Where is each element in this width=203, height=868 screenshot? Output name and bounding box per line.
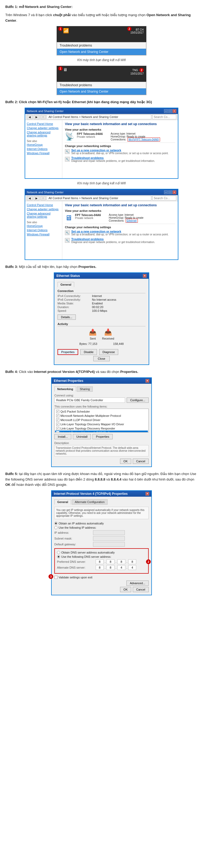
tab-alternate[interactable]: Alternate Configuration [72, 499, 108, 505]
use-dns-row: Use the following DNS server address: [57, 555, 146, 558]
qos-label: QoS Packet Scheduler [60, 410, 90, 413]
bytes-received-container: 158,448 [113, 342, 124, 345]
sidebar-internet-options-1[interactable]: Internet Options [27, 147, 60, 151]
setup-link-2[interactable]: Set up a new connection or network [71, 230, 121, 233]
sidebar-adapter-settings-2[interactable]: Change adapter settings [27, 208, 60, 211]
responder-checkbox[interactable] [56, 427, 59, 430]
multiplexer-checkbox[interactable] [56, 414, 59, 417]
open-network-item-2[interactable]: Open Network and Sharing Center [57, 88, 146, 95]
install-button[interactable]: Install... [54, 434, 71, 439]
connections-link-2[interactable]: Ethernet [126, 219, 138, 223]
wifi-tray-icon: 📶 [63, 28, 69, 33]
activity-label: Activity [57, 322, 146, 327]
ipv4-checkbox[interactable] [56, 431, 59, 432]
properties-button-3[interactable]: Properties [57, 349, 78, 355]
diagnose-button-3[interactable]: Diagnose [99, 349, 118, 355]
ethernet-props-close[interactable]: ✕ [146, 379, 149, 383]
sidebar-advanced-sharing-2[interactable]: Change advanced sharing settings [27, 212, 60, 218]
sidebar-internet-options-2[interactable]: Internet Options [27, 228, 60, 232]
details-button[interactable]: Details... [57, 314, 76, 320]
nsc-close-1[interactable]: ✕ [173, 109, 176, 113]
nsc-controls-1: ─ □ ✕ [164, 109, 176, 113]
sidebar-windows-firewall-1[interactable]: Windows Firewall [27, 152, 60, 155]
sidebar-control-panel-home-2[interactable]: Control Panel Home [27, 204, 60, 207]
tab-general-status[interactable]: General [57, 282, 74, 287]
props-footer: OK Cancel [54, 459, 149, 464]
alternate-dns-3[interactable] [118, 565, 125, 570]
nsc-up-2[interactable]: ↑ [41, 196, 46, 200]
gateway-row: Default gateway: [54, 542, 149, 547]
advanced-button[interactable]: Advanced... [126, 581, 149, 586]
tab-general-ipv4[interactable]: General [54, 499, 71, 505]
nsc-minimize-1[interactable]: ─ [164, 109, 168, 113]
sidebar-control-panel-home-1[interactable]: Control Panel Home [27, 122, 60, 125]
connections-link-1[interactable]: Wi-Fi(FPT Telecom-04A6) [127, 137, 160, 142]
speed-label: Speed: [57, 309, 89, 312]
open-network-item-1[interactable]: Open Network and Sharing Center [57, 49, 146, 55]
nsc-forward-1[interactable]: ▶ [34, 115, 40, 119]
alternate-dns-2[interactable] [106, 565, 115, 570]
setup-link-1[interactable]: Set up a new connection or network [71, 149, 121, 152]
sidebar-homegroup-2[interactable]: HomeGroup [27, 224, 60, 227]
troubleshoot-link-2[interactable]: Troubleshoot problems [71, 238, 104, 241]
lldp-checkbox[interactable] [56, 418, 59, 422]
cancel-button-4[interactable]: Cancel [133, 459, 149, 464]
qos-checkbox[interactable] [56, 410, 59, 413]
use-dns-radio[interactable] [57, 555, 60, 558]
uninstall-button[interactable]: Uninstall [73, 434, 91, 439]
use-ip-radio[interactable] [54, 526, 57, 529]
nsc-close-2[interactable]: ✕ [173, 190, 176, 194]
ipv4-desc: You can get IP settings assigned automat… [54, 507, 149, 519]
preferred-dns-3[interactable] [118, 559, 125, 564]
network-name-2: FPT Telecom-04A6 [75, 213, 101, 217]
obtain-ip-radio[interactable] [54, 522, 57, 525]
mapper-checkbox[interactable] [56, 423, 59, 426]
alternate-dns-4[interactable] [128, 565, 136, 570]
configure-button[interactable]: Configure... [127, 398, 149, 403]
step1-title: Bước 1: mở Network and Sharing Center: [5, 5, 73, 9]
protocol-ipv4[interactable]: Internet Protocol Version 4 (TCP/IPv4) [55, 431, 148, 432]
adapter-row: Realtek PCIe GBE Family Controller Confi… [54, 398, 149, 403]
preferred-dns-2[interactable] [106, 559, 115, 564]
popup-menu-2: Troubleshoot problems Open Network and S… [57, 82, 146, 95]
gateway-input[interactable] [93, 542, 125, 547]
active-networks-label-1: View your active networks [65, 128, 175, 131]
sidebar-homegroup-1[interactable]: HomeGroup [27, 143, 60, 146]
troubleshoot-item-2[interactable]: Troubleshoot problems [57, 82, 146, 88]
nsc-up-1[interactable]: ↑ [41, 115, 46, 119]
obtain-dns-radio[interactable] [57, 551, 60, 554]
alternate-dns-1[interactable] [96, 565, 104, 570]
nsc-search-2[interactable] [152, 196, 176, 200]
nsc-back-2[interactable]: ◀ [27, 196, 33, 200]
properties-btn-4[interactable]: Properties [93, 434, 112, 439]
sidebar-adapter-settings-1[interactable]: Change adapter settings [27, 126, 60, 130]
ok-button-4[interactable]: OK [120, 459, 131, 464]
preferred-dns-4[interactable] [128, 559, 136, 564]
close-button-3[interactable]: Close [93, 356, 110, 361]
nsc-search-1[interactable] [152, 115, 176, 119]
disable-button-3[interactable]: Disable [80, 349, 97, 355]
nsc-minimize-2[interactable]: ─ [164, 190, 168, 194]
nsc-sidebar-2: Control Panel Home Change adapter settin… [25, 201, 62, 259]
nsc-forward-2[interactable]: ▶ [34, 196, 40, 200]
setup-item-1: 🔧 Set up a new connection or network Set… [65, 149, 175, 155]
ok-button-5[interactable]: OK [120, 587, 131, 592]
ip-address-input[interactable] [93, 530, 125, 535]
subnet-input[interactable] [93, 536, 125, 541]
validate-checkbox[interactable] [54, 576, 57, 579]
troubleshoot-link-1[interactable]: Troubleshoot problems [71, 156, 104, 159]
tab-networking[interactable]: Networking [54, 386, 76, 392]
nsc-maximize-2[interactable]: □ [168, 190, 172, 194]
tab-sharing[interactable]: Sharing [77, 386, 93, 392]
cancel-button-5[interactable]: Cancel [133, 587, 149, 592]
setup-desc-1: Set up a broadband, dial-up, or VPN conn… [71, 152, 169, 155]
troubleshoot-item-1[interactable]: Troubleshoot problems [57, 42, 146, 49]
preferred-dns-1[interactable] [96, 559, 104, 564]
nsc-maximize-1[interactable]: □ [168, 109, 172, 113]
ethernet-status-close[interactable]: ✕ [143, 274, 147, 278]
nsc-back-1[interactable]: ◀ [27, 115, 33, 119]
ipv4-label: IPv4 Connectivity: [57, 294, 89, 298]
sidebar-windows-firewall-2[interactable]: Windows Firewall [27, 233, 60, 236]
ipv4-props-close[interactable]: ✕ [146, 492, 149, 496]
sidebar-advanced-sharing-1[interactable]: Change advanced sharing settings [27, 131, 60, 137]
